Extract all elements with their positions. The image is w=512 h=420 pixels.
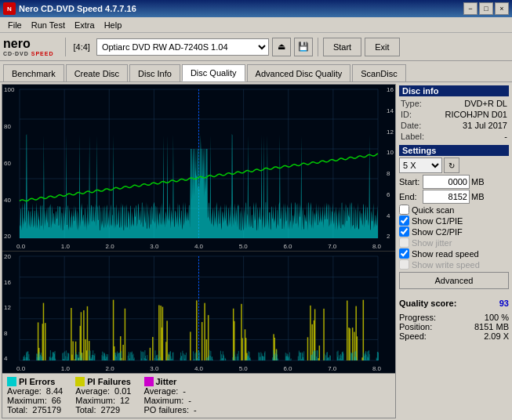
toolbar-separator-1	[65, 38, 66, 56]
settings-title: Settings	[399, 145, 509, 156]
pi-failures-avg-label: Average:	[75, 386, 110, 396]
app-logo: nero CD·DVD SPEED	[3, 35, 54, 59]
jitter-max-label: Maximum:	[144, 396, 184, 405]
tab-advanced-disc-quality[interactable]: Advanced Disc Quality	[247, 64, 351, 81]
tab-benchmark[interactable]: Benchmark	[3, 64, 64, 81]
eject-button[interactable]: ⏏	[272, 38, 291, 56]
disc-type-row: Type: DVD+R DL	[399, 98, 509, 109]
window-controls: − □ ×	[463, 2, 509, 15]
show-jitter-label: Show jitter	[412, 238, 452, 248]
tab-disc-info[interactable]: Disc Info	[129, 64, 180, 81]
tab-scandisc[interactable]: ScanDisc	[352, 64, 405, 81]
pi-failures-max-value: 12	[120, 396, 129, 405]
pi-failures-total-value: 2729	[101, 405, 120, 415]
menu-help[interactable]: Help	[100, 19, 127, 31]
show-jitter-row: Show jitter	[399, 237, 509, 248]
start-button[interactable]: Start	[323, 38, 361, 56]
pi-failures-label: PI Failures	[87, 377, 131, 386]
close-button[interactable]: ×	[495, 2, 509, 15]
toolbar: nero CD·DVD SPEED [4:4] Optiarc DVD RW A…	[0, 33, 512, 61]
quick-scan-row: Quick scan	[399, 205, 509, 215]
jitter-max-value: -	[188, 396, 191, 405]
start-input[interactable]	[423, 175, 470, 189]
show-c1-label: Show C1/PIE	[412, 216, 463, 226]
pi-errors-max-value: 66	[52, 396, 61, 405]
position-label: Position:	[399, 322, 432, 331]
save-button[interactable]: 💾	[294, 38, 313, 56]
menu-extra[interactable]: Extra	[70, 19, 100, 31]
speed-label: Speed:	[399, 331, 427, 341]
show-write-speed-row: Show write speed	[399, 259, 509, 270]
minimize-button[interactable]: −	[463, 2, 478, 15]
menu-bar: File Run Test Extra Help	[0, 17, 512, 33]
speed-row: 5 X 4 X 8 X Max ↻	[399, 158, 509, 173]
disc-id-label: ID:	[401, 110, 412, 119]
right-panel: Disc info Type: DVD+R DL ID: RICOHJPN D0…	[396, 82, 512, 420]
progress-section: Progress: 100 % Position: 8151 MB Speed:…	[399, 313, 509, 341]
disc-info-section: Disc info Type: DVD+R DL ID: RICOHJPN D0…	[399, 85, 509, 142]
menu-file[interactable]: File	[3, 19, 27, 31]
pi-failures-max-label: Maximum:	[75, 396, 115, 405]
app-icon: N	[3, 2, 16, 15]
show-c1-row: Show C1/PIE	[399, 215, 509, 226]
pi-errors-color	[7, 377, 16, 386]
disc-id-row: ID: RICOHJPN D01	[399, 109, 509, 120]
maximize-button[interactable]: □	[479, 2, 493, 15]
tab-create-disc[interactable]: Create Disc	[66, 64, 128, 81]
speed-value: 2.09 X	[484, 331, 509, 341]
show-c2-checkbox[interactable]	[399, 226, 409, 237]
title-bar: N Nero CD-DVD Speed 4.7.7.16 − □ ×	[0, 0, 512, 17]
advanced-button[interactable]: Advanced	[399, 272, 509, 289]
start-unit: MB	[471, 177, 485, 186]
pi-errors-total-value: 275179	[32, 405, 61, 415]
quality-section: Quality score: 93	[399, 295, 509, 308]
disc-date-label: Date:	[401, 121, 421, 130]
position-value: 8151 MB	[474, 322, 509, 331]
disc-id-value: RICOHJPN D01	[445, 110, 507, 119]
show-write-speed-label: Show write speed	[412, 260, 480, 270]
pi-failures-total-label: Total:	[75, 405, 96, 415]
pi-errors-total-label: Total:	[7, 405, 27, 415]
quality-score-value: 93	[499, 299, 509, 308]
position-row: Position: 8151 MB	[399, 322, 509, 331]
settings-section: Settings 5 X 4 X 8 X Max ↻ Start: MB End…	[399, 145, 509, 289]
disc-type-value: DVD+R DL	[464, 99, 507, 108]
tab-disc-quality[interactable]: Disc Quality	[182, 64, 245, 81]
menu-run-test[interactable]: Run Test	[27, 19, 70, 31]
bottom-chart: 20 16 12 8 4 0.0 1.0 2.0 3.0 4.0 5.0 6.0…	[2, 252, 395, 373]
disc-label-row: Label: -	[399, 131, 509, 142]
main-content: 16 14 12 10 8 6 4 2 100 80 60 40 20	[0, 82, 512, 420]
disc-label-value: -	[504, 132, 507, 141]
speed-select[interactable]: 5 X 4 X 8 X Max	[399, 158, 442, 173]
pi-errors-stats: PI Errors Average: 8.44 Maximum: 66 Tota…	[7, 377, 63, 415]
po-failures-label: PO failures:	[144, 405, 189, 415]
jitter-avg-label: Average:	[144, 386, 179, 396]
pi-errors-avg-value: 8.44	[46, 386, 63, 396]
disc-type-label: Type:	[401, 99, 422, 108]
show-c1-checkbox[interactable]	[399, 215, 409, 226]
show-write-speed-checkbox[interactable]	[399, 259, 409, 270]
end-unit: MB	[471, 192, 485, 201]
pi-errors-max-label: Maximum:	[7, 396, 47, 405]
show-c2-label: Show C2/PIF	[412, 227, 463, 237]
pi-failures-color	[75, 377, 85, 386]
charts-container: 16 14 12 10 8 6 4 2 100 80 60 40 20	[2, 84, 396, 374]
show-jitter-checkbox[interactable]	[399, 237, 409, 248]
start-label: Start:	[399, 177, 421, 186]
jitter-stats: Jitter Average: - Maximum: - PO failures…	[144, 377, 197, 415]
end-input[interactable]	[423, 190, 470, 204]
disc-date-value: 31 Jul 2017	[463, 121, 507, 130]
show-read-speed-label: Show read speed	[412, 249, 479, 259]
show-c2-row: Show C2/PIF	[399, 226, 509, 237]
exit-button[interactable]: Exit	[365, 38, 399, 56]
jitter-avg-value: -	[183, 386, 186, 396]
tab-bar: Benchmark Create Disc Disc Info Disc Qua…	[0, 61, 512, 82]
show-read-speed-row: Show read speed	[399, 248, 509, 259]
drive-select[interactable]: Optiarc DVD RW AD-7240S 1.04	[96, 38, 269, 56]
refresh-button[interactable]: ↻	[444, 158, 459, 173]
pi-errors-label: PI Errors	[19, 377, 55, 386]
quality-row: Quality score: 93	[399, 299, 509, 308]
show-read-speed-checkbox[interactable]	[399, 248, 409, 259]
quick-scan-checkbox[interactable]	[399, 205, 409, 215]
disc-date-row: Date: 31 Jul 2017	[399, 120, 509, 131]
